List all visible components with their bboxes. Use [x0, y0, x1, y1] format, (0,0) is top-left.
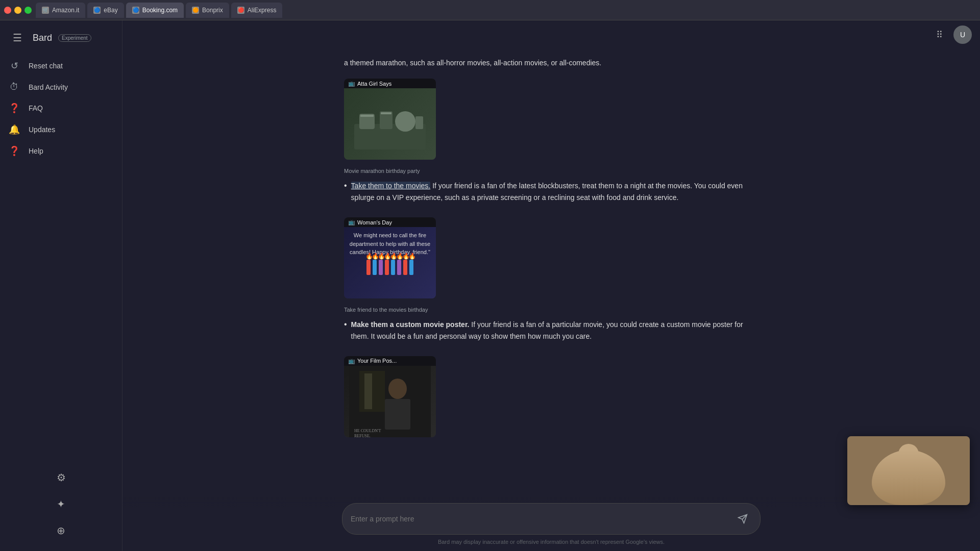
tab-bar: 🛒 Amazon.it 🔵 eBay 🔵 Booking.com 🟠 Bonpr… — [36, 3, 976, 18]
booking-favicon: 🔵 — [132, 7, 139, 14]
svg-text:REFUSE.: REFUSE. — [354, 434, 371, 437]
image-1-header: 📺 Atta Girl Says — [344, 79, 436, 88]
candle-row — [366, 260, 413, 275]
bullet-2-text: Make them a custom movie poster. If your… — [351, 319, 758, 342]
sidebar-header: ☰ Bard Experiment — [0, 24, 122, 55]
tab-aliexpress[interactable]: 🔴 AliExpress — [231, 3, 283, 18]
add-button[interactable]: ⊕ — [49, 518, 74, 543]
sidebar-item-faq[interactable]: ❓ FAQ — [0, 97, 116, 119]
svg-rect-4 — [415, 116, 423, 129]
source-icon-3: 📺 — [348, 358, 355, 364]
svg-text:HE COULDN'T: HE COULDN'T — [354, 429, 381, 433]
tab-amazon[interactable]: 🛒 Amazon.it — [36, 3, 85, 18]
faq-label: FAQ — [29, 104, 43, 112]
sidebar-item-help[interactable]: ❓ Help — [0, 140, 116, 162]
tab-booking[interactable]: 🔵 Booking.com — [126, 3, 184, 18]
tab-amazon-label: Amazon.it — [52, 7, 79, 14]
avatar-button[interactable]: U — [953, 26, 972, 44]
sidebar-bottom: ⚙ ✦ ⊕ — [0, 461, 122, 547]
birthday-candles-card: 📺 Woman's Day We might need to call the … — [344, 217, 436, 298]
image-section-3: 📺 Your Film Pos... — [344, 352, 758, 443]
updates-icon: 🔔 — [8, 124, 20, 135]
image-section-2: 📺 Woman's Day We might need to call the … — [344, 213, 758, 315]
experiment-badge: Experiment — [58, 34, 91, 42]
reset-chat-icon: ↺ — [8, 60, 20, 71]
movie-snacks-card: 📺 Atta Girl Says — [344, 79, 436, 160]
bullet-dot-2: • — [344, 320, 347, 348]
bullet-1-text: Take them to the movies. If your friend … — [351, 180, 758, 203]
person-body — [872, 450, 945, 505]
top-bar: ⠿ U — [122, 20, 980, 49]
svg-rect-9 — [364, 373, 372, 409]
sidebar-item-reset-chat[interactable]: ↺ Reset chat — [0, 55, 116, 77]
grid-icon: ⠿ — [936, 29, 943, 40]
tab-aliexpress-label: AliExpress — [248, 7, 277, 14]
image-3-source: Your Film Pos... — [357, 358, 397, 364]
svg-point-10 — [388, 379, 407, 399]
tab-ebay-label: eBay — [104, 7, 117, 14]
extensions-button[interactable]: ✦ — [49, 492, 74, 516]
aliexpress-favicon: 🔴 — [237, 7, 244, 14]
ebay-favicon: 🔵 — [93, 7, 101, 14]
close-btn[interactable] — [4, 7, 11, 14]
browser-controls — [4, 7, 32, 14]
svg-rect-6 — [381, 112, 391, 114]
source-icon-2: 📺 — [348, 219, 355, 226]
image-2-source: Woman's Day — [357, 219, 392, 226]
image-3-header: 📺 Your Film Pos... — [344, 356, 436, 366]
sidebar-item-updates[interactable]: 🔔 Updates — [0, 119, 116, 140]
disclaimer: Bard may display inaccurate or offensive… — [438, 539, 665, 545]
image-1-caption: Movie marathon birthday party — [344, 166, 758, 176]
maximize-btn[interactable] — [24, 7, 32, 14]
intro-text: a themed marathon, such as all-horror mo… — [344, 57, 758, 68]
video-overlay — [847, 436, 970, 505]
image-1-placeholder — [344, 88, 436, 160]
image-2-header: 📺 Woman's Day — [344, 217, 436, 227]
video-person-view — [847, 436, 970, 505]
updates-label: Updates — [29, 126, 55, 134]
settings-button[interactable]: ⚙ — [49, 465, 74, 490]
help-label: Help — [29, 147, 43, 155]
faq-icon: ❓ — [8, 103, 20, 114]
prompt-input[interactable] — [351, 515, 727, 523]
minimize-btn[interactable] — [14, 7, 21, 14]
image-2-caption: Take friend to the movies birthday — [344, 305, 758, 315]
bard-logo: Bard — [33, 33, 52, 43]
svg-rect-5 — [360, 115, 374, 117]
tab-bonprix-label: Bonprix — [202, 7, 223, 14]
hamburger-button[interactable]: ☰ — [8, 29, 27, 47]
tab-booking-label: Booking.com — [142, 7, 178, 14]
source-icon-1: 📺 — [348, 80, 355, 87]
send-button[interactable] — [733, 510, 752, 528]
tab-ebay[interactable]: 🔵 eBay — [87, 3, 124, 18]
bonprix-favicon: 🟠 — [192, 7, 199, 14]
avatar-letter: U — [960, 31, 965, 39]
amazon-favicon: 🛒 — [42, 7, 49, 14]
image-1-source: Atta Girl Says — [357, 81, 391, 87]
image-2-placeholder: We might need to call the fire departmen… — [344, 227, 436, 298]
prompt-input-container — [342, 503, 761, 535]
image-section-1: 📺 Atta Girl Says — [344, 74, 758, 176]
sidebar-item-bard-activity[interactable]: ⏱ Bard Activity — [0, 77, 116, 97]
browser-bar: 🛒 Amazon.it 🔵 eBay 🔵 Booking.com 🟠 Bonpr… — [0, 0, 980, 20]
bard-activity-label: Bard Activity — [29, 83, 68, 91]
movie-poster-card: 📺 Your Film Pos... — [344, 356, 436, 437]
app-container: ☰ Bard Experiment ↺ Reset chat ⏱ Bard Ac… — [0, 20, 980, 551]
image-3-placeholder: HE COULDN'T REFUSE. — [344, 366, 436, 437]
bullet-dot-1: • — [344, 181, 347, 209]
sidebar: ☰ Bard Experiment ↺ Reset chat ⏱ Bard Ac… — [0, 20, 122, 551]
svg-point-3 — [395, 111, 415, 132]
top-bar-actions: ⠿ U — [929, 24, 972, 45]
svg-rect-11 — [385, 399, 410, 430]
help-icon: ❓ — [8, 145, 20, 157]
bullet-2: • Make them a custom movie poster. If yo… — [344, 319, 758, 348]
chat-scroll[interactable]: a themed marathon, such as all-horror mo… — [332, 49, 771, 551]
bullet-1: • Take them to the movies. If your frien… — [344, 180, 758, 209]
grid-icon-button[interactable]: ⠿ — [929, 24, 949, 45]
bard-activity-icon: ⏱ — [8, 82, 20, 92]
tab-bonprix[interactable]: 🟠 Bonprix — [186, 3, 229, 18]
reset-chat-label: Reset chat — [29, 62, 63, 70]
